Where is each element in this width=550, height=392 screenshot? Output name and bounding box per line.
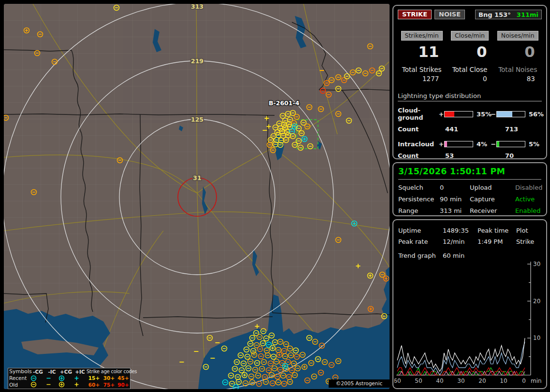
total-noises-label: Total Noises bbox=[498, 66, 537, 73]
legend-col-cg-neg: -CG bbox=[30, 369, 45, 375]
minus-sign: − bbox=[491, 111, 496, 118]
cg-positive-count: 441 bbox=[445, 126, 505, 133]
ic-positive-bar bbox=[444, 141, 473, 147]
trend-x-labels: 60 50 40 30 20 10 0 bbox=[394, 378, 526, 384]
minus-sign: − bbox=[491, 140, 496, 148]
intracloud-row: Intracloud + 4% − 5% bbox=[398, 140, 542, 148]
receiver-label: Receiver bbox=[470, 207, 515, 214]
cloud-ground-count-row: Count 441 713 bbox=[398, 126, 542, 133]
nexstorm-app-window: 313 219 125 31 B-2601-4 Symbols -CG -IC … bbox=[0, 0, 550, 392]
y-tick-10: 10 bbox=[533, 335, 540, 341]
capture-label: Capture bbox=[470, 196, 515, 203]
x-tick-40: 40 bbox=[436, 378, 443, 384]
cg-count-label: Count bbox=[398, 126, 445, 133]
squelch-label: Squelch bbox=[398, 184, 440, 191]
status-row: Persistence 90 min Capture Active bbox=[398, 196, 541, 203]
cg-pos-recent-icon bbox=[58, 375, 73, 381]
ic-pos-recent-icon bbox=[73, 375, 87, 381]
legend-col-cg-pos: +CG bbox=[58, 369, 73, 375]
cg-neg-recent-icon bbox=[30, 375, 45, 381]
receiver-status: Enabled bbox=[515, 207, 541, 214]
total-close-label: Total Close bbox=[452, 66, 488, 73]
legend-old-label: Old bbox=[9, 382, 30, 388]
x-tick-50: 50 bbox=[415, 378, 422, 384]
peak-rate-label: Peak rate bbox=[398, 238, 443, 245]
ic-positive-pct: 4% bbox=[474, 140, 491, 148]
noise-mode-button[interactable]: NOISE bbox=[434, 10, 465, 19]
plus-sign: + bbox=[438, 111, 444, 118]
age-code-45: 45+ bbox=[116, 375, 130, 381]
noises-per-min-badge: Noises/min bbox=[497, 31, 538, 41]
storm-cell-label: B-2601-4 bbox=[269, 99, 300, 107]
current-datetime: 3/15/2026 1:50:11 PM bbox=[398, 165, 541, 180]
x-axis-unit: min bbox=[531, 378, 542, 384]
cg-negative-bar bbox=[496, 111, 525, 117]
ic-neg-old-icon bbox=[45, 381, 58, 388]
peak-rate-value: 12/min bbox=[443, 238, 478, 245]
x-tick-30: 30 bbox=[457, 378, 464, 384]
plot-mode-value: Strike bbox=[516, 238, 541, 245]
upload-status: Disabled bbox=[515, 184, 542, 191]
mode-button-row: STRIKE NOISE Bng 153° 311mi bbox=[398, 10, 542, 19]
cg-negative-count: 713 bbox=[505, 126, 542, 133]
distribution-title: Lightning type distribution bbox=[398, 92, 542, 101]
stats-row: Uptime 1489:35 Peak time Plot bbox=[398, 227, 541, 234]
y-tick-20: 20 bbox=[533, 298, 540, 305]
squelch-value: 0 bbox=[440, 184, 470, 191]
ring-label-125: 125 bbox=[191, 116, 203, 123]
bearing-readout: Bng 153° 311mi bbox=[475, 10, 542, 19]
legend-col-ic-neg: -IC bbox=[45, 369, 58, 375]
status-row: Squelch 0 Upload Disabled bbox=[398, 184, 541, 191]
status-row: Range 313 mi Receiver Enabled bbox=[398, 207, 541, 214]
age-code-15: 15+ bbox=[87, 375, 101, 381]
intracloud-count-row: Count 53 70 bbox=[398, 152, 542, 159]
cg-neg-old-icon bbox=[30, 381, 45, 388]
upload-label: Upload bbox=[470, 184, 515, 191]
cg-positive-bar bbox=[444, 111, 473, 117]
peak-time-value: 1:49 PM bbox=[478, 238, 516, 245]
bearing-value: Bng 153° bbox=[478, 11, 511, 18]
strikes-per-min-badge: Strikes/min bbox=[401, 31, 443, 41]
statistics-trend-panel: Uptime 1489:35 Peak time Plot Peak rate … bbox=[392, 219, 547, 389]
ring-label-313: 313 bbox=[191, 4, 203, 10]
persistence-value: 90 min bbox=[440, 196, 470, 203]
x-tick-10: 10 bbox=[500, 378, 507, 384]
close-per-min-badge: Close/min bbox=[451, 31, 489, 41]
noises-rate-value: 0 bbox=[524, 42, 542, 61]
capture-status: Active bbox=[515, 196, 541, 203]
ring-label-31: 31 bbox=[193, 174, 201, 182]
legend-col-ic-pos: +IC bbox=[73, 369, 87, 375]
ic-positive-count: 53 bbox=[445, 152, 505, 159]
bearing-distance-value: 311mi bbox=[517, 11, 538, 18]
trend-line-cloud-ground-neg bbox=[397, 342, 525, 375]
range-value: 313 mi bbox=[440, 207, 470, 214]
cloud-ground-label: Cloud-ground bbox=[398, 107, 438, 121]
total-noises-value: 83 bbox=[527, 75, 542, 83]
y-tick-30: 30 bbox=[533, 261, 540, 267]
age-code-90: 90+ bbox=[116, 382, 130, 388]
cg-positive-pct: 35% bbox=[474, 111, 491, 118]
rate-counters: Strikes/min 11 Total Strikes 1277 Close/… bbox=[398, 31, 542, 83]
total-strikes-value: 1277 bbox=[422, 75, 446, 83]
ic-pos-old-icon bbox=[73, 381, 87, 388]
trend-series-lines bbox=[397, 338, 525, 375]
range-label: Range bbox=[398, 207, 440, 214]
intracloud-label: Intracloud bbox=[398, 140, 438, 148]
trend-y-ticks bbox=[527, 264, 531, 357]
ic-neg-recent-icon bbox=[45, 375, 58, 381]
peak-time-label: Peak time bbox=[478, 227, 516, 234]
strike-mode-button[interactable]: STRIKE bbox=[398, 10, 432, 19]
strikes-counter-column: Strikes/min 11 Total Strikes 1277 bbox=[398, 31, 446, 83]
map-legend: Symbols -CG -IC +CG +IC Strike age color… bbox=[8, 368, 130, 389]
map-view[interactable]: 313 219 125 31 B-2601-4 Symbols -CG -IC … bbox=[4, 4, 390, 389]
legend-recent-label: Recent bbox=[9, 375, 30, 381]
x-tick-0: 0 bbox=[522, 378, 526, 384]
plus-sign: + bbox=[438, 140, 444, 148]
age-code-60: 60+ bbox=[87, 382, 101, 388]
legend-symbols-title: Symbols bbox=[9, 368, 30, 375]
noises-counter-column: Noises/min 0 Total Noises 83 bbox=[494, 31, 542, 83]
cg-negative-pct: 56% bbox=[526, 111, 542, 118]
close-counter-column: Close/min 0 Total Close 0 bbox=[446, 31, 493, 83]
ic-negative-pct: 5% bbox=[526, 140, 542, 148]
legend-age-title: Strike age color codes bbox=[87, 369, 130, 374]
